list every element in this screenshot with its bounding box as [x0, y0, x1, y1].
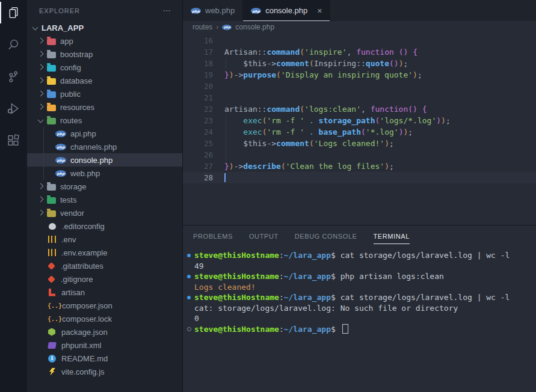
source-control-icon[interactable]: [0, 69, 27, 84]
tree-item-label: resources: [60, 103, 94, 112]
editor-tab[interactable]: console.php ×: [243, 0, 330, 21]
tree-item[interactable]: storage: [27, 180, 182, 193]
tree-item[interactable]: vite.config.js: [27, 365, 182, 378]
explorer-icon[interactable]: [0, 5, 27, 20]
tree-item[interactable]: package.json: [27, 325, 182, 338]
terminal[interactable]: steve@thisHostname:~/lara_app$ cat stora…: [183, 248, 536, 392]
file-icon: [47, 105, 56, 111]
tree-chevron-icon: [35, 261, 47, 271]
tree-chevron-icon: [35, 115, 47, 125]
tree-item[interactable]: .gitignore: [27, 272, 182, 286]
code-line[interactable]: 23 exec('rm -f ' . storage_path('logs/*.…: [183, 115, 536, 126]
terminal-cursor: [342, 324, 348, 334]
editor-tab[interactable]: web.php: [183, 0, 243, 21]
panel-tab[interactable]: OUTPUT: [249, 230, 279, 243]
tree-item-label: tests: [60, 195, 76, 204]
code-line[interactable]: 27 })->describe('Clean the log files');: [183, 161, 536, 172]
code-editor[interactable]: 16 17 Artisan::command('inspire', functi…: [183, 33, 536, 225]
code-line[interactable]: 22 artisan::command('logs:clean', functi…: [183, 103, 536, 115]
tree-item[interactable]: artisan: [27, 286, 182, 299]
file-icon: [47, 210, 56, 217]
file-icon: [49, 289, 55, 296]
editor-cursor: [224, 173, 226, 182]
tree-item[interactable]: app: [27, 34, 182, 47]
extensions-icon[interactable]: [0, 132, 27, 148]
file-icon: [47, 197, 56, 204]
file-icon: [55, 170, 66, 177]
tree-item-label: web.php: [70, 169, 100, 178]
panel-tab[interactable]: TERMINAL: [374, 230, 410, 244]
tree-item-label: channels.php: [70, 142, 117, 152]
code-line[interactable]: 24 exec('rm -f ' . base_path('*.log'));: [183, 126, 536, 138]
file-icon: [47, 38, 56, 45]
tree-item[interactable]: public: [27, 87, 182, 100]
code-line[interactable]: 18 $this->comment(Inspiring::quote());: [183, 58, 536, 69]
tree-item[interactable]: routes: [27, 114, 182, 127]
code-line[interactable]: 20: [183, 81, 536, 92]
line-number: 16: [183, 35, 213, 46]
breadcrumb-separator: ›: [216, 23, 218, 31]
code-line[interactable]: 16: [183, 35, 536, 46]
php-icon: [222, 25, 232, 30]
breadcrumb-folder[interactable]: routes: [193, 23, 212, 31]
terminal-text: 49: [194, 261, 204, 272]
tree-chevron-icon: [35, 89, 47, 99]
tree-item[interactable]: bootstrap: [27, 47, 182, 61]
command-decoration-icon[interactable]: [187, 254, 194, 257]
run-debug-icon[interactable]: [0, 100, 27, 116]
file-icon: [48, 275, 55, 283]
line-number: 20: [183, 81, 213, 92]
terminal-line: cat: storage/logs/laravel.log: No such f…: [187, 303, 536, 314]
tree-item[interactable]: resources: [27, 100, 182, 114]
panel-tab[interactable]: PROBLEMS: [193, 230, 233, 243]
tree-item[interactable]: README.md: [27, 352, 182, 365]
code-line[interactable]: 28: [183, 172, 536, 183]
tree-item-label: composer.lock: [62, 314, 112, 323]
tree-item[interactable]: .editorconfig: [27, 219, 182, 233]
file-icon: [48, 342, 57, 349]
code-text: })->describe('Clean the log files');: [224, 161, 394, 172]
file-icon: [48, 368, 55, 376]
tree-root-lara-app[interactable]: LARA_APP: [27, 21, 182, 34]
breadcrumb-file[interactable]: console.php: [235, 23, 274, 31]
tree-chevron-icon: [35, 36, 47, 46]
tree-items: app bootstrap config database public: [27, 34, 182, 378]
tree-item[interactable]: tests: [27, 193, 182, 206]
code-line[interactable]: 21: [183, 92, 536, 103]
tree-item[interactable]: console.php: [27, 153, 182, 167]
tree-item[interactable]: .env.example: [27, 246, 182, 259]
tree-item-label: routes: [60, 116, 82, 125]
tree-item[interactable]: composer.json: [27, 299, 182, 312]
more-actions-icon[interactable]: ⋯: [163, 6, 172, 15]
tree-item[interactable]: channels.php: [27, 140, 182, 153]
code-text: })->purpose('Display an inspiring quote'…: [224, 69, 422, 81]
tree-item-label: composer.json: [62, 301, 112, 310]
code-line[interactable]: 19 })->purpose('Display an inspiring quo…: [183, 69, 536, 81]
command-decoration-icon[interactable]: [187, 275, 194, 278]
tree-item[interactable]: web.php: [27, 167, 182, 180]
tree-chevron-icon: [35, 354, 47, 363]
panel-tab[interactable]: DEBUG CONSOLE: [295, 230, 357, 243]
code-line[interactable]: 26: [183, 149, 536, 161]
tree-chevron-icon: [35, 327, 47, 337]
close-icon[interactable]: ×: [317, 6, 322, 16]
code-line[interactable]: 25 $this->comment('Logs cleaned!');: [183, 138, 536, 149]
tree-item[interactable]: composer.lock: [27, 312, 182, 325]
search-icon[interactable]: [0, 37, 27, 52]
command-decoration-icon[interactable]: [187, 327, 194, 331]
tree-item[interactable]: vendor: [27, 206, 182, 219]
tree-item-label: .editorconfig: [62, 222, 105, 231]
tab-bar: web.php console.php ×: [183, 0, 536, 21]
tree-item[interactable]: config: [27, 61, 182, 74]
tree-item[interactable]: phpunit.xml: [27, 338, 182, 352]
tree-item[interactable]: api.php: [27, 127, 182, 140]
line-number: 28: [183, 172, 213, 183]
tree-item-label: api.php: [70, 129, 96, 138]
tree-item[interactable]: database: [27, 74, 182, 87]
code-line[interactable]: 17 Artisan::command('inspire', function …: [183, 46, 536, 58]
tree-item[interactable]: .gitattributes: [27, 259, 182, 272]
tree-item-label: public: [60, 90, 81, 99]
tree-item[interactable]: .env: [27, 233, 182, 246]
command-decoration-icon[interactable]: [187, 296, 194, 299]
line-number: 18: [183, 58, 213, 69]
